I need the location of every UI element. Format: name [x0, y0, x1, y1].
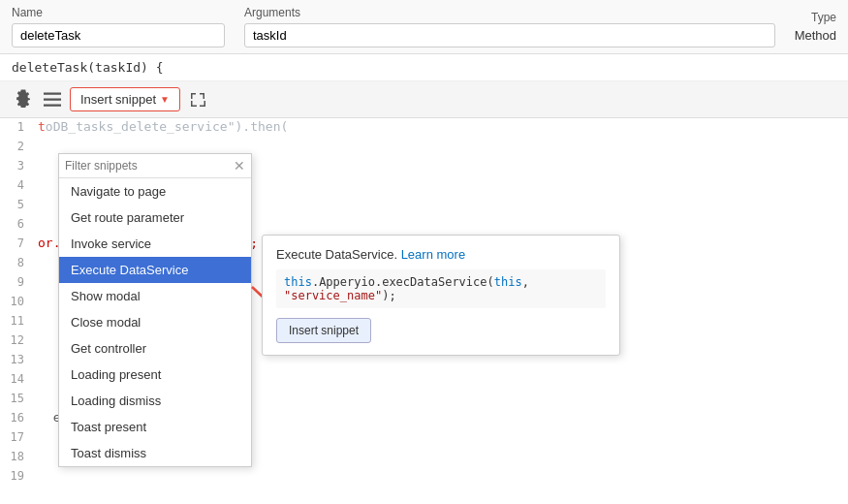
snippet-item-invoke[interactable]: Invoke service [59, 231, 251, 257]
tooltip-popup: Execute DataService. Learn more this.App… [262, 235, 620, 356]
header-row: Name Arguments Type Method [0, 0, 848, 54]
dropdown-arrow-icon: ▼ [160, 94, 170, 105]
function-signature: deleteTask(taskId) { [0, 54, 848, 81]
snippet-item-loading-present[interactable]: Loading present [59, 362, 251, 388]
snippet-item-toast-present[interactable]: Toast present [59, 414, 251, 440]
arguments-col: Arguments [244, 6, 775, 47]
main-content: 1 toDB_tasks_delete_service").then( 2 3 … [0, 118, 848, 483]
toolbar: Insert snippet ▼ [0, 81, 848, 118]
tooltip-code: this.Apperyio.execDataService(this, "ser… [276, 269, 606, 308]
snippet-item-navigate[interactable]: Navigate to page [59, 178, 251, 205]
name-input[interactable] [12, 23, 225, 47]
expand-icon[interactable] [186, 88, 209, 111]
snippet-item-close-modal[interactable]: Close modal [59, 309, 251, 335]
svg-rect-0 [44, 92, 61, 94]
gear-icon[interactable] [12, 88, 35, 111]
list-icon[interactable] [41, 88, 64, 111]
type-label: Type [811, 11, 836, 24]
arguments-label: Arguments [244, 6, 775, 19]
type-value: Method [795, 28, 836, 43]
arguments-input[interactable] [244, 23, 775, 47]
snippet-item-loading-dismiss[interactable]: Loading dismiss [59, 388, 251, 414]
insert-snippet-confirm-button[interactable]: Insert snippet [276, 318, 371, 343]
snippet-item-toast-dismiss[interactable]: Toast dismiss [59, 440, 251, 466]
snippet-item-get-controller[interactable]: Get controller [59, 335, 251, 362]
clear-icon[interactable]: ✕ [234, 158, 245, 173]
code-line: 19 [0, 467, 848, 483]
learn-more-link[interactable]: Learn more [401, 247, 465, 262]
svg-rect-1 [44, 98, 61, 100]
snippet-item-show-modal[interactable]: Show modal [59, 283, 251, 309]
snippet-item-execute-ds[interactable]: Execute DataService [59, 257, 251, 283]
name-label: Name [12, 6, 225, 19]
snippet-item-get-route[interactable]: Get route parameter [59, 205, 251, 231]
name-col: Name [12, 6, 225, 47]
code-line: 1 toDB_tasks_delete_service").then( [0, 118, 848, 138]
snippet-dropdown: ✕ Navigate to page Get route parameter I… [58, 153, 252, 467]
tooltip-description: Execute DataService. Learn more [276, 247, 606, 262]
svg-rect-2 [44, 104, 61, 106]
filter-input[interactable] [65, 159, 234, 173]
filter-row: ✕ [59, 154, 251, 178]
type-col: Type Method [795, 11, 836, 43]
insert-snippet-button[interactable]: Insert snippet ▼ [70, 87, 180, 111]
